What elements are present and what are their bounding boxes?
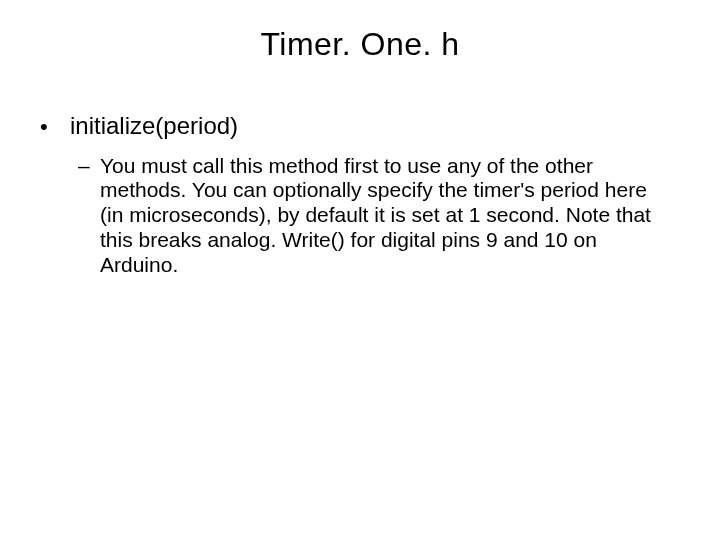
bullet-marker: • [40,113,70,138]
bullet-text: You must call this method first to use a… [100,154,660,278]
bullet-marker: – [78,154,100,179]
slide-title: Timer. One. h [0,26,720,63]
slide-body: • initialize(period) – You must call thi… [40,112,680,277]
slide: Timer. One. h • initialize(period) – You… [0,0,720,540]
bullet-text: initialize(period) [70,112,680,140]
list-item: • initialize(period) [40,112,680,140]
list-item: – You must call this method first to use… [78,154,680,278]
